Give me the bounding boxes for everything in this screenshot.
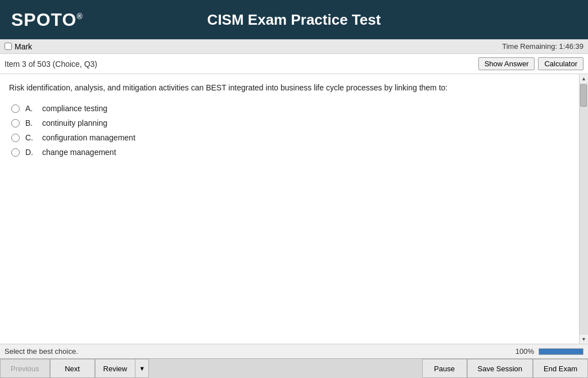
item-label: Item 3 of 503 (Choice, Q3): [4, 60, 97, 69]
logo-sup: ®: [76, 12, 83, 21]
option-text-1: continuity planning: [42, 119, 107, 127]
scroll-down-arrow[interactable]: ▼: [581, 335, 586, 344]
scroll-track: [580, 83, 588, 335]
end-exam-button[interactable]: End Exam: [533, 359, 588, 378]
footer-left: Previous Next Review ▼: [0, 359, 149, 378]
answer-option-d[interactable]: D.change management: [11, 148, 570, 157]
status-bar: Select the best choice. 100%: [0, 344, 588, 358]
answer-option-c[interactable]: C.configuration management: [11, 133, 570, 142]
option-letter-2: C.: [25, 133, 37, 142]
mark-label[interactable]: Mark: [15, 42, 32, 51]
show-answer-button[interactable]: Show Answer: [478, 57, 535, 70]
progress-bar-container: [539, 348, 584, 355]
logo-text: SPOTO: [11, 10, 76, 30]
option-letter-0: A.: [25, 104, 37, 113]
answer-option-a[interactable]: A.compliance testing: [11, 104, 570, 113]
answer-option-b[interactable]: B.continuity planning: [11, 119, 570, 127]
option-text-2: configuration management: [42, 133, 135, 142]
radio-option-3[interactable]: [11, 148, 20, 157]
calculator-button[interactable]: Calculator: [538, 57, 584, 70]
option-letter-3: D.: [25, 148, 37, 157]
mark-bar: Mark Time Remaining: 1:46:39: [0, 39, 588, 54]
save-session-button[interactable]: Save Session: [467, 359, 533, 378]
answer-options: A.compliance testingB.continuity plannin…: [9, 104, 570, 157]
main-content: Risk identification, analysis, and mitig…: [0, 74, 588, 344]
radio-option-0[interactable]: [11, 104, 20, 113]
mark-checkbox[interactable]: [4, 43, 12, 50]
status-text: Select the best choice.: [4, 347, 78, 356]
option-text-0: compliance testing: [42, 104, 107, 113]
review-dropdown-button[interactable]: ▼: [135, 359, 148, 377]
scrollbar: ▲ ▼: [579, 74, 588, 344]
item-buttons: Show Answer Calculator: [478, 57, 584, 70]
progress-area: 100%: [515, 347, 584, 356]
previous-button[interactable]: Previous: [0, 359, 50, 378]
progress-bar-fill: [539, 349, 583, 354]
review-button[interactable]: Review: [96, 359, 136, 377]
header: SPOTO® CISM Exam Practice Test: [0, 0, 588, 39]
option-text-3: change management: [42, 148, 116, 157]
question-text: Risk identification, analysis, and mitig…: [9, 82, 570, 94]
next-button[interactable]: Next: [50, 359, 95, 378]
progress-percentage: 100%: [515, 347, 534, 356]
scroll-up-arrow[interactable]: ▲: [581, 74, 586, 83]
review-group: Review ▼: [95, 359, 150, 378]
mark-left: Mark: [4, 42, 32, 51]
option-letter-1: B.: [25, 119, 37, 127]
pause-button[interactable]: Pause: [422, 359, 467, 378]
footer-right: Pause Save Session End Exam: [422, 359, 588, 378]
radio-option-1[interactable]: [11, 119, 20, 127]
logo: SPOTO®: [11, 10, 83, 30]
timer-display: Time Remaining: 1:46:39: [502, 42, 584, 51]
question-area: Risk identification, analysis, and mitig…: [0, 74, 579, 344]
item-bar: Item 3 of 503 (Choice, Q3) Show Answer C…: [0, 54, 588, 74]
app-title: CISM Exam Practice Test: [207, 11, 381, 29]
radio-option-2[interactable]: [11, 134, 20, 142]
footer-bar: Previous Next Review ▼ Pause Save Sessio…: [0, 358, 588, 378]
scroll-thumb[interactable]: [580, 84, 587, 107]
